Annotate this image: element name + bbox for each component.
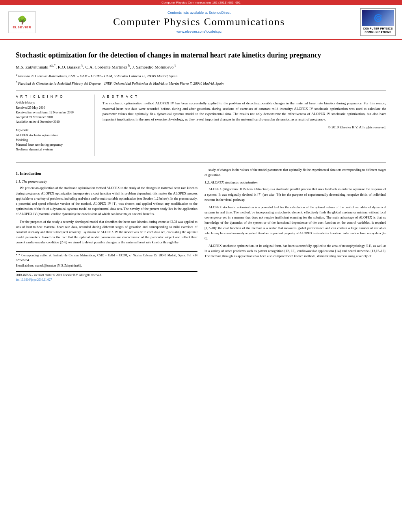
footnote-area: * * Corresponding author at: Instituto d… (16, 251, 197, 268)
history-item-1: Received 25 May 2010 (16, 106, 89, 110)
body-paragraph-1: We present an application of the stochas… (16, 185, 197, 217)
article-info-panel: A R T I C L E I N F O Article history: R… (16, 95, 95, 156)
history-item-2: Received in revised form: 12 November 20… (16, 110, 89, 115)
abstract-copyright: © 2010 Elsevier B.V. All rights reserved… (102, 125, 386, 129)
elsevier-label: ELSEVIER (13, 26, 32, 29)
elsevier-tree-icon: 🌳 (17, 15, 27, 25)
journal-citation-banner: Computer Physics Communications 182 (201… (0, 0, 402, 5)
affiliation-a: a Instituto de Ciencias Matemáticas, CSI… (16, 72, 386, 79)
cpc-logo: 🌀 COMPUTER PHYSICSCOMMUNICATIONS (360, 8, 396, 36)
right-para-1: study of changes in the values of the mo… (205, 167, 386, 178)
journal-title-area: Contents lists available at ScienceDirec… (46, 11, 352, 33)
history-label: Article history: (16, 101, 89, 104)
history-item-4: Available online 4 December 2010 (16, 120, 89, 124)
history-content: Received 25 May 2010 Received in revised… (16, 106, 89, 124)
keywords-block: Keywords: ALOPEX stochastic optimization… (16, 128, 89, 152)
body-paragraph-2: For the purposes of the study a recently… (16, 219, 197, 245)
right-para-4: ALOPEX stochastic optimization, in its o… (205, 243, 386, 259)
sciencedirect-anchor[interactable]: ScienceDirect (209, 11, 231, 15)
article-title: Stochastic optimization for the detectio… (16, 51, 386, 60)
authors-line: M.S. Zakynthinaki a,b,*, R.O. Barakat b,… (16, 64, 386, 69)
elsevier-logo-box: 🌳 ELSEVIER (8, 11, 36, 33)
keywords-content: ALOPEX stochastic optimization Modeling … (16, 133, 89, 152)
keywords-label: Keywords: (16, 128, 89, 132)
elsevier-logo: 🌳 ELSEVIER (6, 11, 38, 33)
article-info-label: A R T I C L E I N F O (16, 95, 89, 98)
right-para-2: ALOPEX (Algorithm Of Pattern EXtraction)… (205, 187, 386, 202)
article-info-abstract-section: A R T I C L E I N F O Article history: R… (16, 95, 386, 156)
doi-text: doi:10.1016/j.cpc.2010.11.027 (16, 278, 197, 282)
cpc-spiral-icon: 🌀 (374, 14, 382, 22)
affiliations: a Instituto de Ciencias Matemáticas, CSI… (16, 72, 386, 86)
citation-text: Computer Physics Communications 182 (201… (162, 1, 241, 4)
footnote-star-text: * Corresponding author at: Instituto de … (16, 254, 197, 261)
journal-title: Computer Physics Communications (46, 16, 352, 28)
bottom-bar: 0010-4655/$ – see front matter © 2010 El… (16, 271, 197, 282)
issn-text: 0010-4655/$ – see front matter © 2010 El… (16, 273, 197, 278)
section-1-heading: 1. Introduction (16, 171, 197, 177)
abstract-label: A B S T R A C T (102, 95, 386, 98)
article-history-block: Article history: Received 25 May 2010 Re… (16, 101, 89, 124)
abstract-panel: A B S T R A C T The stochastic optimizat… (102, 95, 386, 156)
keyword-2: Modeling (16, 138, 89, 143)
keyword-3: Maternal heart rate during pregnancy (16, 143, 89, 147)
cpc-logo-image: 🌀 (362, 10, 394, 26)
keyword-1: ALOPEX stochastic optimization (16, 133, 89, 138)
footnote-email: E-mail address: marzak@icmat.es (M.S. Za… (16, 263, 197, 268)
col-left: 1. Introduction 1.1. The present study W… (16, 167, 197, 282)
affiliation-b: b Facultad de Ciencias de la Actividad F… (16, 80, 386, 87)
journal-url: www.elsevier.com/locate/cpc (46, 30, 352, 33)
sciencedirect-link: Contents lists available at ScienceDirec… (46, 11, 352, 15)
subsection-1-2-heading: 1.2. ALOPEX stochastic optimization (205, 180, 386, 185)
body-content: 1. Introduction 1.1. The present study W… (16, 162, 386, 282)
main-content: Stochastic optimization for the detectio… (0, 40, 402, 287)
col-right: study of changes in the values of the mo… (205, 167, 386, 282)
footnote-star: * * Corresponding author at: Instituto d… (16, 253, 197, 262)
history-item-3: Accepted 29 November 2010 (16, 115, 89, 120)
subsection-1-1-heading: 1.1. The present study (16, 179, 197, 185)
cpc-logo-label: COMPUTER PHYSICSCOMMUNICATIONS (363, 27, 393, 34)
keyword-4: Nonlinear dynamical systems (16, 147, 89, 152)
abstract-text: The stochastic optimization method ALOPE… (102, 101, 386, 122)
right-para-3: ALOPEX stochastic optimization is a powe… (205, 205, 386, 241)
authors-text: M.S. Zakynthinaki a,b,*, R.O. Barakat b,… (16, 65, 176, 69)
divider-1 (16, 90, 386, 91)
journal-header: 🌳 ELSEVIER Contents lists available at S… (0, 5, 402, 40)
